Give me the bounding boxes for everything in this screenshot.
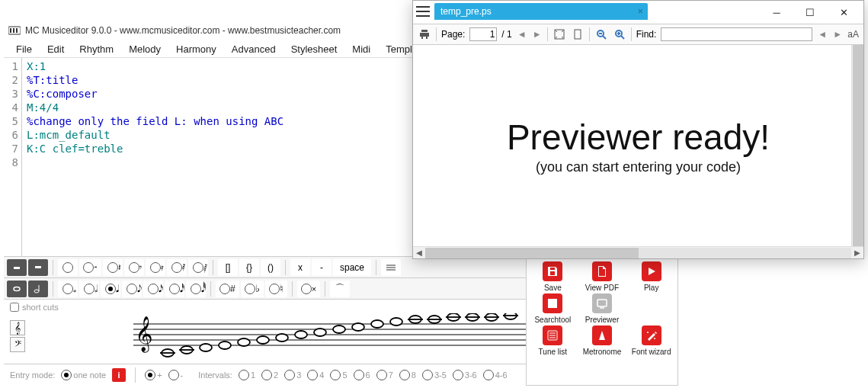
- x-btn[interactable]: x: [290, 259, 310, 276]
- tie-btn[interactable]: ⌒: [330, 281, 350, 297]
- menu-harmony[interactable]: Harmony: [168, 42, 224, 56]
- interval-1[interactable]: 1: [239, 370, 255, 380]
- interval-3[interactable]: 3: [284, 370, 301, 380]
- menu-file[interactable]: File: [8, 42, 40, 56]
- bracket-paren-btn[interactable]: (): [261, 259, 280, 276]
- svg-rect-47: [549, 306, 556, 307]
- page-label: Page:: [441, 29, 465, 40]
- interval-5[interactable]: 5: [330, 370, 347, 380]
- page-total: / 1: [501, 29, 511, 40]
- menu-melody[interactable]: Melody: [121, 42, 168, 56]
- note-opt-3[interactable]: 𝅘𝅥: [101, 281, 120, 297]
- entry-mode-label: Entry mode:: [10, 370, 55, 380]
- flat-2-btn[interactable]: ♮: [265, 281, 287, 297]
- page-next-icon[interactable]: ►: [532, 29, 543, 40]
- space-btn[interactable]: space: [333, 259, 371, 276]
- entry-info-icon[interactable]: i: [112, 368, 126, 382]
- svg-rect-48: [597, 300, 607, 306]
- searchtool-button[interactable]: Searchtool: [530, 293, 576, 324]
- side-panel: Save View PDF Play Searchtool Previewer …: [526, 256, 678, 386]
- page-number-input[interactable]: [469, 27, 497, 41]
- tune-list-button[interactable]: Tune list: [530, 325, 576, 356]
- interval-7[interactable]: 7: [376, 370, 393, 380]
- interval-46[interactable]: 4-6: [483, 370, 508, 380]
- lines-btn[interactable]: [381, 259, 401, 276]
- note-opt-1[interactable]: 𝅗: [58, 281, 78, 297]
- find-next-icon[interactable]: ►: [832, 29, 843, 40]
- rest-opt-5[interactable]: 𝄿: [146, 259, 165, 276]
- tab-label: temp_pre.ps: [440, 6, 492, 17]
- interval-2[interactable]: 2: [261, 370, 278, 380]
- metronome-button[interactable]: Metronome: [579, 325, 626, 356]
- scrollbar-horizontal[interactable]: ◄ ►: [413, 246, 863, 258]
- note-whole-btn[interactable]: [7, 281, 27, 297]
- preview-tab[interactable]: temp_pre.ps ×: [434, 3, 648, 20]
- case-toggle[interactable]: aA: [847, 29, 859, 40]
- clef-bass-btn[interactable]: 𝄢: [10, 337, 25, 352]
- svg-line-59: [603, 36, 606, 39]
- find-prev-icon[interactable]: ◄: [817, 29, 828, 40]
- note-opt-2[interactable]: 𝅗𝅥: [79, 281, 99, 297]
- sharp-btn[interactable]: #: [216, 281, 239, 297]
- rest-whole-btn[interactable]: [7, 259, 27, 276]
- rest-opt-7[interactable]: 𝅁: [188, 259, 208, 276]
- bracket-curl-btn[interactable]: {}: [239, 259, 259, 276]
- svg-point-9: [14, 287, 20, 290]
- menu-stylesheet[interactable]: Stylesheet: [283, 42, 345, 56]
- save-button[interactable]: Save: [530, 261, 576, 292]
- menu-advanced[interactable]: Advanced: [224, 42, 283, 56]
- rest-half-btn[interactable]: [28, 259, 48, 276]
- page-prev-icon[interactable]: ◄: [517, 29, 527, 40]
- interval-4[interactable]: 4: [307, 370, 324, 380]
- bracket-sq-btn[interactable]: []: [218, 259, 238, 276]
- note-x-btn[interactable]: ×: [297, 281, 320, 297]
- font-wizard-button[interactable]: Font wizard: [628, 325, 674, 356]
- svg-point-29: [333, 325, 345, 333]
- svg-rect-45: [549, 300, 556, 301]
- svg-rect-2: [13, 28, 14, 33]
- menu-rhythm[interactable]: Rhythm: [72, 42, 121, 56]
- interval-8[interactable]: 8: [399, 370, 416, 380]
- rest-opt-6[interactable]: 𝅀: [167, 259, 187, 276]
- svg-point-28: [314, 329, 326, 336]
- rest-opt-2[interactable]: ⁃: [79, 259, 101, 276]
- zoom-out-icon[interactable]: [594, 27, 608, 41]
- svg-rect-57: [575, 30, 581, 39]
- note-opt-7[interactable]: 𝅘𝅥𝅱: [186, 281, 206, 297]
- entry-plus[interactable]: +: [145, 370, 162, 380]
- close-button[interactable]: ✕: [827, 2, 860, 23]
- fit-width-icon[interactable]: [571, 27, 585, 41]
- interval-6[interactable]: 6: [354, 370, 370, 380]
- minimize-button[interactable]: ─: [760, 2, 793, 23]
- zoom-in-icon[interactable]: [613, 27, 626, 41]
- view-pdf-button[interactable]: View PDF: [579, 261, 626, 292]
- note-opt-4[interactable]: 𝅘𝅥𝅮: [122, 281, 142, 297]
- rest-opt-3[interactable]: 𝄽: [103, 259, 123, 276]
- maximize-button[interactable]: ☐: [793, 2, 827, 23]
- rest-opt-4[interactable]: 𝄾: [124, 259, 144, 276]
- note-half-btn[interactable]: [28, 281, 48, 297]
- note-opt-5[interactable]: 𝅘𝅥𝅯: [143, 281, 163, 297]
- note-opt-6[interactable]: 𝅘𝅥𝅰: [165, 281, 184, 297]
- find-input[interactable]: [661, 27, 812, 41]
- fit-page-icon[interactable]: [553, 27, 566, 41]
- search-icon: [543, 293, 562, 313]
- hamburger-icon[interactable]: [416, 6, 430, 17]
- rest-opt-1[interactable]: [58, 259, 78, 276]
- dash-btn[interactable]: -: [312, 259, 332, 276]
- previewer-button[interactable]: Previewer: [579, 293, 626, 324]
- save-icon: [543, 261, 562, 281]
- print-icon[interactable]: [418, 27, 431, 41]
- clef-treble-btn[interactable]: 𝄞: [10, 320, 25, 335]
- flat-1-btn[interactable]: ♭: [241, 281, 264, 297]
- scrollbar-vertical[interactable]: [851, 45, 863, 246]
- tab-close-icon[interactable]: ×: [637, 5, 643, 17]
- interval-35[interactable]: 3-5: [422, 370, 447, 380]
- shortcuts-checkbox[interactable]: [10, 303, 19, 312]
- menu-midi[interactable]: Midi: [344, 42, 378, 56]
- interval-36[interactable]: 3-6: [453, 370, 477, 380]
- svg-point-24: [238, 338, 250, 346]
- play-button[interactable]: Play: [628, 261, 674, 292]
- entry-minus[interactable]: -: [168, 370, 184, 380]
- menu-edit[interactable]: Edit: [40, 42, 72, 56]
